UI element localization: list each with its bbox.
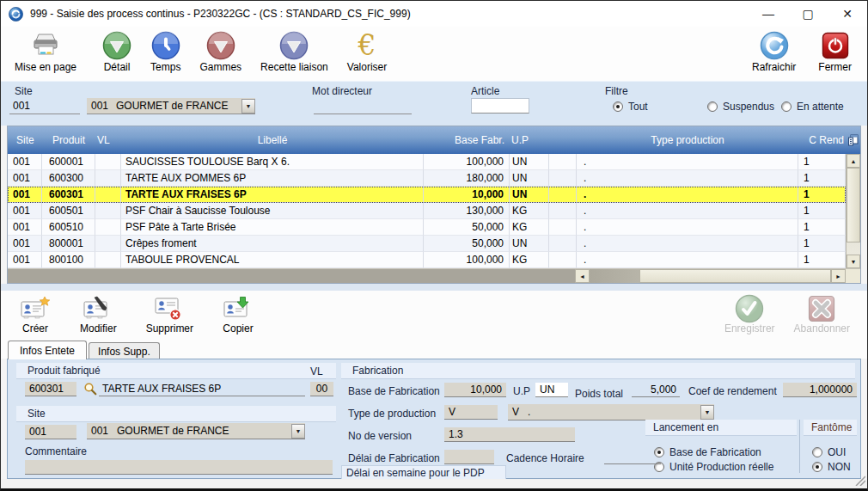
scroll-right-icon[interactable]: ► [831,269,846,283]
table-row[interactable]: 001 600300 TARTE AUX POMMES 6P 180,000 U… [8,170,846,187]
cell-vl [95,154,121,170]
col-vl[interactable]: VL [95,134,121,146]
vertical-scroll-thumb[interactable] [847,168,860,242]
table-row[interactable]: 001 600501 PSF Chair à Saucisse Toulouse… [8,203,846,219]
horizontal-scrollbar[interactable]: ◄ ► [8,268,860,283]
article-input[interactable] [471,98,529,114]
site-select[interactable]: 001 GOURMET de FRANCE ▼ [87,98,255,114]
col-site[interactable]: Site [8,134,42,146]
radio-icon[interactable] [781,101,792,112]
table-row[interactable]: 001 600001 SAUCISSES TOULOUSE Barq X 6. … [8,154,846,170]
produit-code-field[interactable]: 600301 [25,382,76,396]
chevron-down-icon[interactable]: ▼ [291,424,305,439]
col-libelle[interactable]: Libellé [121,134,424,146]
cell-libelle: SAUCISSES TOULOUSE Barq X 6. [121,154,424,170]
site-select-code: 001 [91,100,108,112]
chevron-down-icon[interactable]: ▼ [241,99,255,114]
horizontal-scroll-track[interactable] [590,269,831,283]
coef-rendement-field[interactable]: 1,000000 [783,383,857,397]
modifier-button[interactable]: Modifier [80,294,117,334]
mot-directeur-input[interactable] [314,99,412,114]
euro-icon: € [358,29,376,61]
cell-site: 001 [8,154,42,170]
radio-icon[interactable] [613,101,623,112]
tab-infos-entete[interactable]: Infos Entete [8,341,87,359]
fantome-radio-non[interactable]: NON [812,461,851,473]
rafraichir-button[interactable]: Rafraichir [752,29,796,73]
table-row[interactable]: 001 800100 TABOULE PROVENCAL 100,000 KG … [8,252,846,268]
scroll-left-icon[interactable]: ◄ [575,269,590,283]
maximize-button[interactable]: ▢ [788,1,828,27]
search-magnifier-icon[interactable] [83,382,97,398]
col-c-rend[interactable]: C Rend [798,135,846,146]
minimize-button[interactable]: — [749,1,788,27]
grid-options-icon[interactable] [846,134,860,146]
table-row[interactable]: 001 600510 PSF Pâte à Tarte Brisée 50,00… [8,219,846,236]
type-production-code-field[interactable]: V [444,405,498,420]
recette-liaison-label: Recette liaison [260,61,328,73]
delai-hint-text: Délai en semaine pour le PDP [346,467,485,479]
abandonner-button[interactable]: Abandonner [794,294,850,334]
filter-radio-suspendus[interactable]: Suspendus [707,101,774,113]
no-version-field[interactable]: 1.3 [444,427,575,442]
copier-button[interactable]: Copier [223,294,254,334]
delai-fabrication-field[interactable] [444,450,494,464]
mise-en-page-button[interactable]: Mise en page [15,29,76,73]
cadence-horaire-field[interactable] [604,450,661,464]
cell-site: 001 [8,170,42,187]
detail-button[interactable]: Détail [102,29,131,73]
form-site-select[interactable]: 001 GOURMET de FRANCE ▼ [87,423,305,439]
gammes-button[interactable]: Gammes [199,29,241,73]
col-produit[interactable]: Produit [42,134,95,146]
creer-label: Créer [22,322,48,334]
filter-radio-tout[interactable]: Tout [613,101,648,113]
delai-fabrication-label: Délai de Fabrication [348,452,440,464]
fermer-button[interactable]: Fermer [818,29,852,73]
base-fabrication-label: Base de Fabrication [348,385,440,397]
green-circle-arrow-icon [102,29,131,61]
type-production-select[interactable]: V . ▼ [508,404,714,420]
cell-blank [549,236,577,252]
resize-grip[interactable] [853,476,865,488]
base-fabrication-field[interactable]: 10,000 [444,383,506,397]
close-button[interactable]: ✕ [828,1,867,27]
lancement-radio-unite[interactable]: Unité Production réelle [654,461,773,473]
site-code-input[interactable]: 001 [9,99,80,114]
valoriser-button[interactable]: € Valoriser [347,29,387,73]
chevron-down-icon[interactable]: ▼ [700,405,714,420]
form-site-code-field[interactable]: 001 [25,425,76,439]
radio-icon[interactable] [812,447,822,457]
up-field[interactable]: UN [535,383,568,397]
mot-directeur-label: Mot directeur [312,85,372,97]
radio-tout-label: Tout [628,101,648,113]
lancement-radio-base[interactable]: Base de Fabrication [654,446,761,458]
produit-name-field[interactable]: TARTE AUX FRAISES 6P [99,382,305,396]
printer-icon [30,29,61,61]
radio-icon[interactable] [707,101,718,112]
filter-radio-en-attente[interactable]: En attente [781,101,844,113]
cell-rend: 1 [798,170,846,187]
cell-libelle: Crêpes froment [121,236,424,252]
vl-field[interactable]: 00 [310,382,333,396]
scroll-down-icon[interactable]: ▼ [847,255,860,268]
radio-icon[interactable] [812,462,822,472]
recette-liaison-button[interactable]: Recette liaison [260,29,328,73]
col-up[interactable]: U.P [510,134,549,146]
supprimer-button[interactable]: Supprimer [146,294,193,334]
col-base-fabr[interactable]: Base Fabr. [424,134,510,146]
temps-button[interactable]: Temps [150,29,180,73]
horizontal-scroll-thumb[interactable] [639,269,831,283]
tab-infos-supp[interactable]: Infos Supp. [89,342,160,359]
table-row[interactable]: 001 800001 Crêpes froment 50,000 UN . 1 [8,236,846,252]
scroll-up-icon[interactable]: ▲ [847,154,860,168]
table-row[interactable]: 001 600301 TARTE AUX FRAISES 6P 10,000 U… [8,187,846,203]
col-type-production[interactable]: Type production [577,134,798,146]
commentaire-field[interactable] [25,460,333,475]
fantome-radio-oui[interactable]: OUI [812,446,846,458]
red-circle-arrow-icon [206,29,235,61]
enregistrer-button[interactable]: Enregistrer [724,294,775,334]
vertical-scrollbar[interactable]: ▲ ▼ [846,154,860,268]
creer-button[interactable]: Créer [20,294,51,334]
cell-libelle: PSF Pâte à Tarte Brisée [121,219,424,236]
poids-total-field[interactable]: 5,000 [632,383,680,397]
